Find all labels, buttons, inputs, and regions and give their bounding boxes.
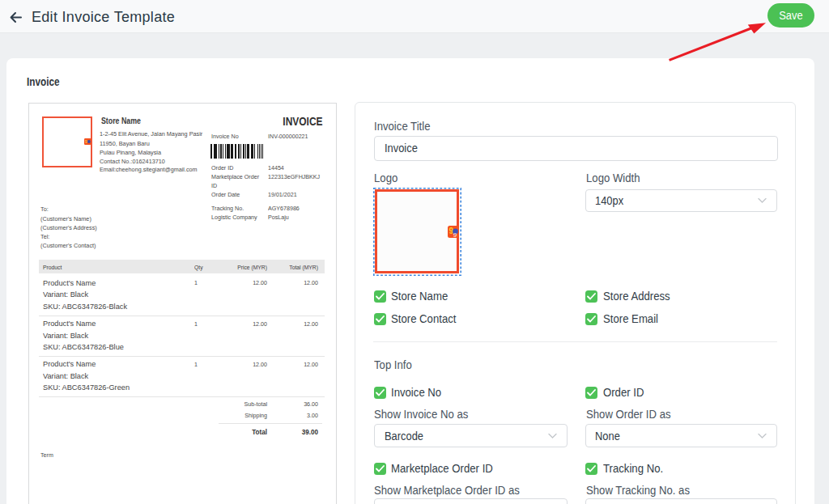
svg-text:9: 9	[453, 231, 457, 239]
